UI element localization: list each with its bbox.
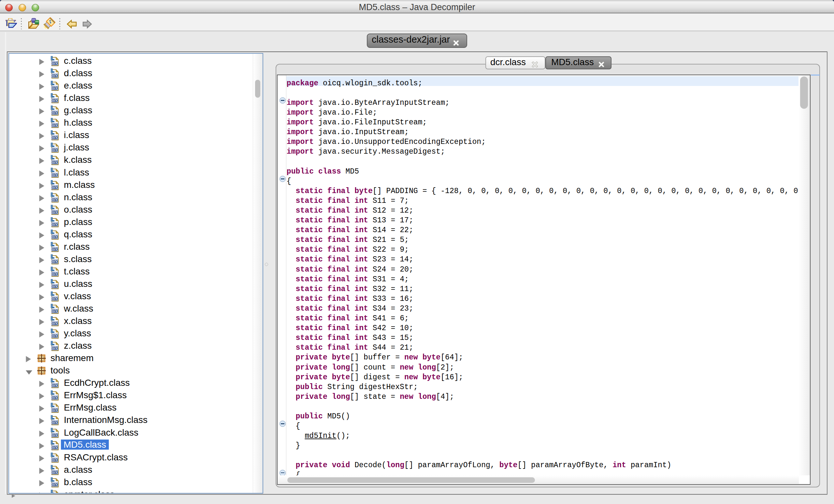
svg-text:010: 010: [52, 395, 58, 400]
svg-text:010: 010: [52, 308, 58, 314]
svg-text:010: 010: [52, 123, 58, 128]
svg-text:010: 010: [52, 172, 58, 177]
svg-text:010: 010: [52, 247, 58, 251]
svg-text:010: 010: [52, 321, 58, 326]
svg-text:010: 010: [52, 86, 58, 91]
svg-text:010: 010: [52, 209, 58, 214]
svg-text:010: 010: [52, 110, 58, 115]
svg-text:010: 010: [52, 197, 58, 202]
svg-text:010: 010: [52, 457, 58, 462]
svg-text:010: 010: [52, 135, 58, 140]
svg-text:010: 010: [52, 271, 58, 276]
svg-text:010: 010: [52, 296, 58, 301]
svg-text:010: 010: [52, 482, 58, 487]
svg-text:010: 010: [52, 160, 58, 165]
svg-text:010: 010: [52, 185, 58, 189]
svg-text:010: 010: [52, 334, 58, 338]
svg-text:010: 010: [52, 61, 58, 66]
svg-text:010: 010: [52, 383, 58, 388]
svg-text:010: 010: [52, 98, 58, 103]
svg-text:010: 010: [52, 147, 58, 152]
svg-text:010: 010: [52, 234, 58, 239]
svg-text:010: 010: [52, 346, 58, 351]
svg-text:010: 010: [52, 283, 58, 289]
svg-text:010: 010: [52, 73, 58, 78]
svg-text:010: 010: [52, 259, 58, 264]
svg-text:010: 010: [52, 432, 58, 437]
svg-text:010: 010: [52, 420, 58, 425]
svg-text:010: 010: [52, 408, 58, 413]
svg-text:010: 010: [52, 222, 58, 227]
svg-text:010: 010: [52, 445, 58, 450]
svg-text:010: 010: [52, 469, 58, 474]
